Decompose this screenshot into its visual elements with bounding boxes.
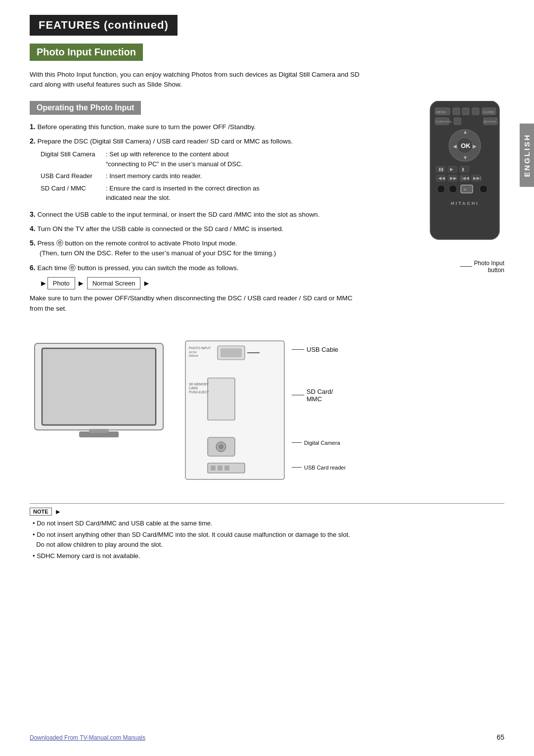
flow-arrow-3: ►: [142, 278, 150, 289]
flow-arrow-2: ►: [77, 278, 85, 289]
svg-text:☺: ☺: [463, 188, 467, 191]
svg-rect-2: [453, 108, 460, 115]
svg-text:RETURN: RETURN: [484, 120, 496, 123]
step-5: 5. Press ⓔ button on the remote control …: [30, 238, 366, 259]
step-1: 1. Before operating this function, make …: [30, 122, 366, 132]
svg-text:PHOTO INPUT: PHOTO INPUT: [189, 346, 211, 350]
digital-camera-label: Digital Camera: [292, 440, 340, 446]
remote-illustration: MENU GUIDE FUNCTION RETURN OK ▲ ▼ ◀: [425, 101, 504, 254]
svg-rect-9: [454, 118, 461, 125]
note-item-2: • Do not insert anything other than SD C…: [33, 530, 504, 549]
table-cell-label: USB Card Reader: [41, 171, 105, 183]
note-header: NOTE ►: [30, 508, 504, 516]
svg-rect-49: [221, 348, 242, 357]
note-box-label: NOTE: [30, 508, 52, 516]
svg-text:GUIDE: GUIDE: [483, 110, 494, 114]
svg-text:CARD: CARD: [189, 386, 198, 390]
step-3: 3. Connect the USB cable to the input te…: [30, 209, 366, 220]
svg-point-38: [480, 185, 488, 193]
subsection-title: Operating the Photo Input: [30, 101, 141, 115]
svg-text:FUNCTION: FUNCTION: [436, 120, 451, 123]
svg-text:OK: OK: [461, 142, 471, 149]
svg-rect-59: [211, 466, 216, 471]
svg-point-57: [219, 444, 223, 449]
usb-cable-text: USB Cable: [307, 346, 338, 353]
tv-illustration-wrapper: [30, 338, 168, 449]
svg-text:▮: ▮: [462, 167, 464, 172]
step-1-text: Before operating this function, make sur…: [37, 123, 256, 131]
flow-box-normal: Normal Screen: [87, 277, 141, 290]
note-item-3: • SDHC Memory card is not available.: [33, 551, 504, 561]
svg-text:MENU: MENU: [436, 110, 446, 114]
svg-text:HITACHI: HITACHI: [451, 201, 479, 206]
svg-text:▶: ▶: [450, 167, 453, 172]
svg-text:SD MEMORY: SD MEMORY: [189, 382, 209, 386]
table-cell-label: Digital Still Camera: [41, 149, 105, 170]
svg-text:DC5V: DC5V: [189, 351, 197, 354]
svg-point-35: [449, 185, 457, 193]
step-6: 6. Each time ⓔ button is pressed, you ca…: [30, 263, 366, 290]
svg-text:◀◀: ◀◀: [438, 176, 445, 181]
remote-column: MENU GUIDE FUNCTION RETURN OK ▲ ▼ ◀: [405, 101, 504, 319]
svg-point-34: [437, 185, 445, 193]
step-6-text: Each time ⓔ button is pressed, you can s…: [37, 264, 238, 272]
section-title: Photo Input Function: [30, 44, 143, 61]
step-3-number: 3.: [30, 210, 36, 218]
note-section: NOTE ► • Do not insert SD Card/MMC and U…: [30, 503, 504, 561]
page-number: 65: [496, 733, 504, 741]
step-2-text: Prepare the DSC (Digital Still Camera) /…: [37, 138, 293, 145]
svg-rect-3: [462, 108, 469, 115]
photo-input-line: Photo Inputbutton: [425, 260, 504, 274]
tv-illustration: [30, 338, 168, 447]
bottom-note-content: Make sure to turn the power OFF/Standby …: [30, 294, 353, 312]
step-3-text: Connect the USB cable to the input termi…: [37, 211, 319, 218]
step-2: 2. Prepare the DSC (Digital Still Camera…: [30, 136, 366, 205]
step-2-number: 2.: [30, 137, 36, 145]
flow-diagram: ► Photo ► Normal Screen ►: [40, 277, 366, 290]
intro-text: With this Photo Input function, you can …: [30, 70, 366, 90]
usb-card-reader-label: USB Card reader: [292, 465, 346, 471]
svg-text:500mA: 500mA: [189, 354, 198, 357]
usb-card-reader-text: USB Card reader: [304, 465, 346, 471]
svg-text:▼: ▼: [463, 155, 468, 160]
sd-card-label: SD Card/MMC: [292, 388, 333, 403]
bottom-diagrams: PHOTO INPUT DC5V 500mA SD MEMORY CARD PU…: [30, 329, 504, 488]
steps-list: 1. Before operating this function, make …: [30, 122, 366, 314]
step-4-text: Turn ON the TV after the USB cable is co…: [37, 225, 283, 233]
usb-cable-label: USB Cable: [292, 346, 338, 353]
flow-arrow-1: ►: [40, 278, 47, 289]
svg-text:▶▶: ▶▶: [450, 176, 457, 181]
step-5-number: 5.: [30, 239, 36, 247]
svg-text:PUSH-EJECT: PUSH-EJECT: [189, 390, 209, 394]
english-sidebar-label: ENGLISH: [520, 124, 534, 187]
svg-text:▶: ▶: [473, 143, 477, 149]
table-cell-label: SD Card / MMC: [41, 184, 105, 204]
remote-wrapper: MENU GUIDE FUNCTION RETURN OK ▲ ▼ ◀: [425, 101, 504, 274]
svg-rect-4: [472, 108, 479, 115]
step-6-number: 6.: [30, 264, 36, 272]
step-1-number: 1.: [30, 123, 36, 131]
bottom-note-text: Make sure to turn the power OFF/Standby …: [30, 293, 366, 314]
photo-input-label: Photo Inputbutton: [425, 260, 504, 274]
svg-text:▶▶|: ▶▶|: [473, 176, 481, 181]
table-cell-value: : Ensure the card is inserted in the cor…: [106, 184, 260, 204]
svg-rect-41: [42, 348, 156, 425]
note-arrow-icon: ►: [55, 508, 62, 516]
table-row: SD Card / MMC : Ensure the card is inser…: [41, 184, 260, 204]
flow-box-photo: Photo: [47, 277, 75, 290]
svg-text:◀: ◀: [453, 143, 457, 149]
main-left-column: Operating the Photo Input 1. Before oper…: [30, 101, 396, 319]
features-banner: FEATURES (continued): [30, 15, 178, 36]
svg-text:▲: ▲: [463, 129, 468, 135]
footer-link[interactable]: Downloaded From TV-Manual.com Manuals: [30, 734, 145, 741]
svg-rect-22: [460, 166, 469, 172]
table-cell-value: : Insert memory cards into reader.: [106, 171, 260, 183]
svg-rect-61: [224, 466, 229, 471]
digital-camera-text: Digital Camera: [304, 440, 340, 446]
svg-rect-51: [208, 378, 235, 420]
svg-text:▮▮: ▮▮: [439, 167, 444, 172]
svg-text:|◀◀: |◀◀: [461, 176, 469, 181]
step-2-table: Digital Still Camera : Set up with refer…: [40, 148, 261, 205]
step-4-number: 4.: [30, 225, 36, 233]
step-5-text: Press ⓔ button on the remote control to …: [30, 239, 276, 257]
